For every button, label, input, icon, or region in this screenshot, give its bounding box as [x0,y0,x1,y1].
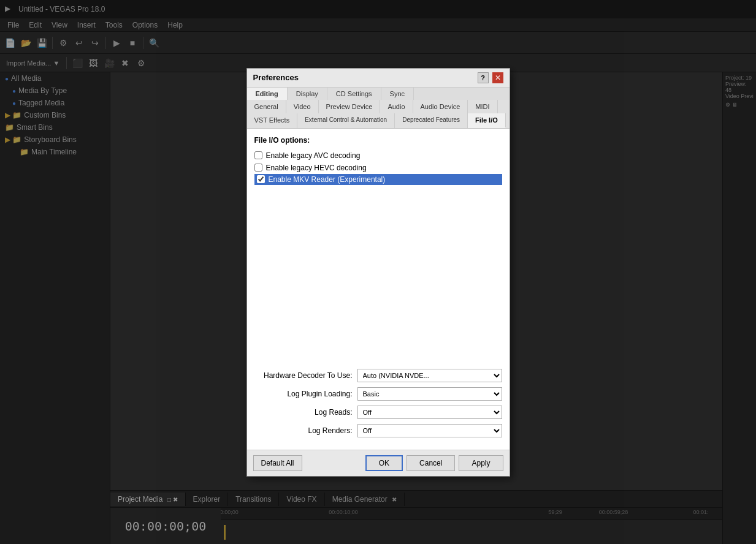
checkbox-hevc[interactable] [254,164,262,172]
log-plugin-label: Log Plugin Loading: [254,390,353,398]
checkbox-hevc-label: Enable legacy HEVC decoding [266,164,367,172]
checkbox-avc[interactable] [254,151,262,159]
tab-audio[interactable]: Audio [380,100,413,113]
tab-video[interactable]: Video [286,100,319,113]
upper-tab-row: Editing Display CD Settings Sync [247,88,510,100]
log-reads-label: Log Reads: [254,408,353,417]
log-renders-label: Log Renders: [254,426,353,435]
checkbox-mkv-row[interactable]: Enable MKV Reader (Experimental) [254,174,502,185]
lower-tab-row: General Video Preview Device Audio Audio… [247,100,510,129]
cancel-button[interactable]: Cancel [407,455,455,471]
ok-button[interactable]: OK [365,455,403,471]
checkbox-avc-label: Enable legacy AVC decoding [266,151,361,160]
dialog-body: File I/O options: Enable legacy AVC deco… [247,129,510,450]
tab-general[interactable]: General [247,100,286,113]
checkbox-hevc-row: Enable legacy HEVC decoding [254,162,502,174]
tab-ext-control[interactable]: External Control & Automation [297,113,395,128]
tab-vst-effects[interactable]: VST Effects [247,113,298,128]
dialog-controls: ? ✕ [478,72,503,83]
preferences-dialog: Preferences ? ✕ Editing Display CD Setti… [246,68,510,477]
tab-sync[interactable]: Sync [381,88,414,100]
checkbox-mkv-label: Enable MKV Reader (Experimental) [269,175,386,184]
form-row-log-renders: Log Renders: Off [254,424,502,437]
apply-button[interactable]: Apply [459,455,503,471]
dialog-close-button[interactable]: ✕ [492,72,503,83]
dialog-title: Preferences [253,73,299,82]
tab-file-io[interactable]: File I/O [468,113,506,128]
checkbox-mkv[interactable] [257,175,265,183]
tab-audio-device[interactable]: Audio Device [413,100,468,113]
hardware-decoder-label: Hardware Decoder To Use: [254,371,353,380]
dialog-footer: Default All OK Cancel Apply [247,450,510,476]
log-reads-select[interactable]: Off [357,406,502,419]
form-row-log-reads: Log Reads: Off [254,406,502,419]
hardware-decoder-select[interactable]: Auto (NVIDIA NVDE... [357,369,502,382]
tab-editing[interactable]: Editing [247,88,288,100]
log-plugin-select[interactable]: Basic [357,387,502,401]
tab-cd-settings[interactable]: CD Settings [327,88,381,100]
default-all-button[interactable]: Default All [253,455,302,471]
checkbox-avc-row: Enable legacy AVC decoding [254,149,502,162]
dialog-overlay: Preferences ? ✕ Editing Display CD Setti… [0,0,756,544]
form-row-log-plugin: Log Plugin Loading: Basic [254,387,502,401]
form-row-hardware: Hardware Decoder To Use: Auto (NVIDIA NV… [254,369,502,382]
tab-display[interactable]: Display [288,88,327,100]
dialog-help-button[interactable]: ? [478,72,489,83]
tab-preview-device[interactable]: Preview Device [319,100,381,113]
section-title: File I/O options: [254,136,502,145]
tab-deprecated[interactable]: Deprecated Features [395,113,468,128]
tab-midi[interactable]: MIDI [468,100,497,113]
dialog-spacer [254,185,502,369]
log-renders-select[interactable]: Off [357,424,502,437]
dialog-titlebar: Preferences ? ✕ [247,69,510,88]
